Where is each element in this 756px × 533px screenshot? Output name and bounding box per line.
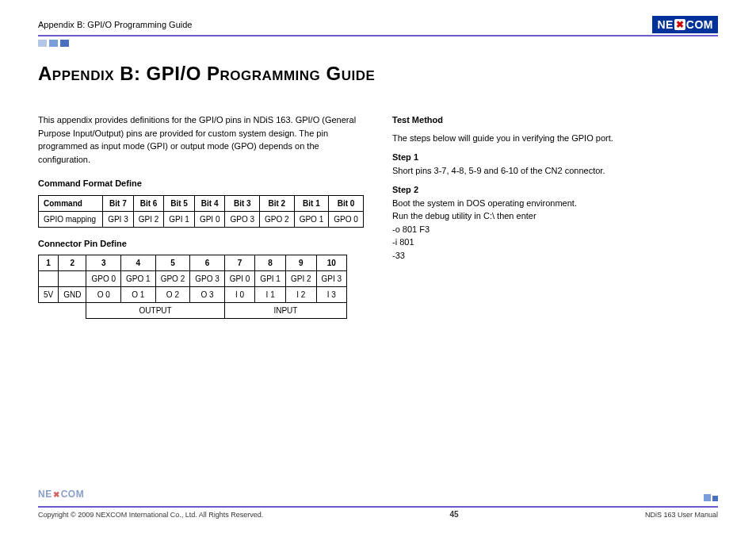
cmd-h8: Bit 0: [329, 195, 364, 211]
cmd-h6: Bit 2: [260, 195, 295, 211]
cn-h8: 9: [285, 255, 316, 271]
step2-l5: -33: [392, 249, 718, 263]
cn-h1: 2: [59, 255, 86, 271]
cn-r1-4: GPO 2: [155, 271, 190, 287]
cn-r2-8: I 2: [285, 287, 316, 303]
flogo-x-icon: ✖: [52, 490, 61, 499]
cmd-r6: GPO 2: [260, 211, 295, 227]
logo-left: NE: [657, 18, 673, 31]
footer-squares: [704, 494, 718, 501]
cn-out: OUTPUT: [86, 303, 224, 319]
cn-r2-6: I 0: [224, 287, 255, 303]
cn-r1-9: GPI 3: [316, 271, 347, 287]
footer-rule: [38, 506, 718, 508]
cn-r2-4: O 2: [155, 287, 190, 303]
cn-h2: 3: [86, 255, 121, 271]
cn-r2-1: GND: [59, 287, 86, 303]
cmd-r0: GPIO mapping: [39, 211, 103, 227]
right-column: Test Method The steps below will guide y…: [392, 113, 718, 327]
top-rule: [38, 35, 718, 36]
cn-in: INPUT: [224, 303, 346, 319]
cn-r1-5: GPO 3: [190, 271, 225, 287]
flogo-r: COM: [61, 489, 85, 500]
cn-h3: 4: [121, 255, 156, 271]
cn-h6: 7: [224, 255, 255, 271]
cmd-r3: GPI 1: [164, 211, 195, 227]
connector-table: 1 2 3 4 5 6 7 8 9 10 GPO 0 GPO 1 GPO 2: [38, 255, 347, 319]
cmd-r5: GPO 3: [225, 211, 260, 227]
cn-r1-6: GPI 0: [224, 271, 255, 287]
step2-label: Step 2: [392, 183, 718, 197]
cn-r1-3: GPO 1: [121, 271, 156, 287]
cn-r1-8: GPI 2: [285, 271, 316, 287]
step2-l1: Boot the system in DOS operating environ…: [392, 197, 718, 210]
intro-text: This appendix provides definitions for t…: [38, 113, 364, 166]
manual-name: NDiS 163 User Manual: [645, 511, 718, 519]
page-title: Appendix B: GPI/O Programming Guide: [38, 63, 718, 85]
cn-r1-1: [59, 271, 86, 287]
cmd-heading: Command Format Define: [38, 177, 364, 190]
cmd-r1: GPI 3: [103, 211, 134, 227]
page-number: 45: [450, 510, 459, 519]
footer-logo: NE✖COM: [38, 489, 84, 500]
conn-heading: Connector Pin Define: [38, 237, 364, 251]
step1-text: Short pins 3-7, 4-8, 5-9 and 6-10 of the…: [392, 164, 718, 178]
left-column: This appendix provides definitions for t…: [38, 113, 364, 327]
cn-h7: 8: [255, 255, 286, 271]
cn-r2-0: 5V: [39, 287, 59, 303]
cmd-h3: Bit 5: [164, 195, 195, 211]
cn-r2-3: O 1: [121, 287, 156, 303]
cn-r2-9: I 3: [316, 287, 347, 303]
cn-r2-7: I 1: [255, 287, 286, 303]
footer: NE✖COM Copyright © 2009 NEXCOM Internati…: [38, 489, 718, 519]
cn-h5: 6: [190, 255, 225, 271]
step2-l2: Run the debug utility in C:\ then enter: [392, 209, 718, 223]
cn-r1-0: [39, 271, 59, 287]
flogo-l: NE: [38, 489, 52, 500]
cmd-r4: GPI 0: [194, 211, 225, 227]
logo-right: COM: [686, 18, 713, 31]
step2-l3: -o 801 F3: [392, 223, 718, 236]
header-section: Appendix B: GPI/O Programming Guide: [38, 20, 192, 29]
command-table: Command Bit 7 Bit 6 Bit 5 Bit 4 Bit 3 Bi…: [38, 195, 364, 228]
cmd-h4: Bit 4: [194, 195, 225, 211]
cmd-h1: Bit 7: [103, 195, 134, 211]
cmd-h7: Bit 1: [294, 195, 329, 211]
cmd-h5: Bit 3: [225, 195, 260, 211]
test-intro: The steps below will guide you in verify…: [392, 132, 718, 145]
cmd-h0: Command: [39, 195, 103, 211]
test-method-heading: Test Method: [392, 113, 718, 127]
decorative-squares: [38, 40, 718, 47]
cmd-r7: GPO 1: [294, 211, 329, 227]
cn-h4: 5: [155, 255, 190, 271]
logo: NE✖COM: [652, 16, 718, 33]
step2-l4: -i 801: [392, 236, 718, 249]
cmd-r2: GPI 2: [133, 211, 164, 227]
cn-h9: 10: [316, 255, 347, 271]
cn-r2-2: O 0: [86, 287, 121, 303]
cmd-r8: GPO 0: [329, 211, 364, 227]
cn-r2-5: O 3: [190, 287, 225, 303]
step1-label: Step 1: [392, 151, 718, 164]
cn-r1-2: GPO 0: [86, 271, 121, 287]
copyright: Copyright © 2009 NEXCOM International Co…: [38, 511, 263, 519]
cn-r1-7: GPI 1: [255, 271, 286, 287]
cn-h0: 1: [39, 255, 59, 271]
logo-x-icon: ✖: [674, 19, 685, 30]
cmd-h2: Bit 6: [133, 195, 164, 211]
